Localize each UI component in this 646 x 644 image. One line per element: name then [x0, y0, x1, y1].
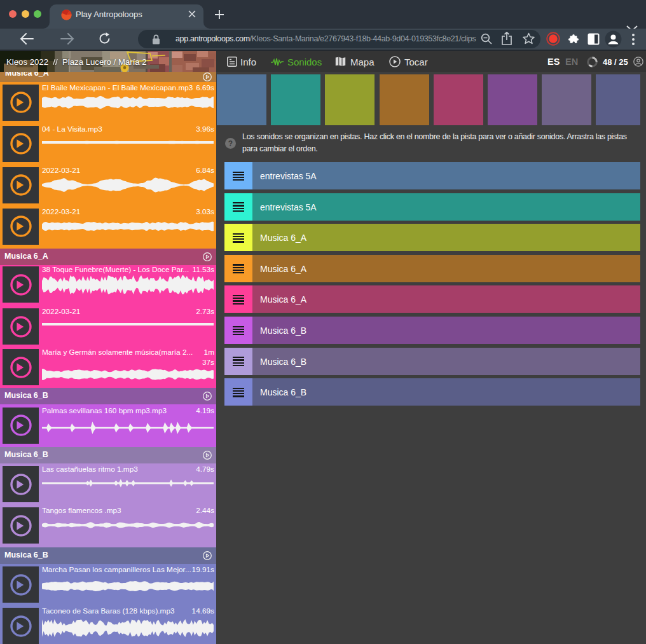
svg-text:?: ?: [228, 139, 233, 148]
